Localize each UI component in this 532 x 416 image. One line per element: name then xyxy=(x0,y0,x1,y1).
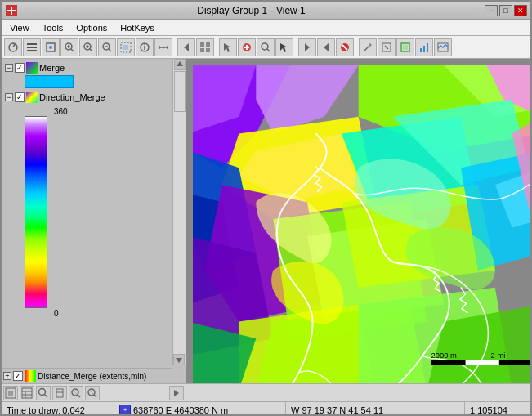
merge-color-swatch xyxy=(26,62,38,74)
bt-bookmark-btn[interactable] xyxy=(52,386,67,400)
app-icon xyxy=(5,4,18,17)
status-bar: Time to draw: 0.042 + 638760 E 4640380 N… xyxy=(2,401,530,416)
scrollbar-up-btn[interactable] xyxy=(174,59,186,70)
menu-bar: View Tools Options HotKeys xyxy=(2,20,530,36)
title-bar: Display Group 1 - View 1 − □ ✕ xyxy=(2,2,530,20)
tb-zoom-extent-btn[interactable] xyxy=(42,38,60,56)
direction-merge-section: − Direction_Merge 360 0 xyxy=(3,90,184,318)
latlon-text: W 97 19 37 N 41 54 11 xyxy=(291,405,383,415)
selected-layer-box[interactable] xyxy=(25,75,74,88)
svg-point-38 xyxy=(262,43,268,50)
svg-line-10 xyxy=(71,49,74,51)
close-button[interactable]: ✕ xyxy=(514,5,527,16)
svg-marker-81 xyxy=(174,390,179,396)
menu-hotkeys[interactable]: HotKeys xyxy=(115,21,159,34)
dir-merge-checkbox[interactable] xyxy=(15,92,25,102)
tb-cursor-btn[interactable] xyxy=(219,38,237,56)
coordinates-text: 638760 E 4640380 N m xyxy=(133,405,228,415)
svg-rect-6 xyxy=(27,50,37,51)
tb-grid-btn[interactable] xyxy=(196,38,214,56)
dir-merge-expand-icon[interactable]: − xyxy=(5,93,13,101)
draw-time-value: 0.042 xyxy=(62,405,85,415)
menu-options[interactable]: Options xyxy=(71,21,112,34)
tb-zoom-in-btn[interactable] xyxy=(60,38,78,56)
bt-zoomprev-btn[interactable] xyxy=(69,386,83,400)
scrollbar-thumb[interactable] xyxy=(174,71,186,112)
maximize-button[interactable]: □ xyxy=(499,5,512,16)
svg-rect-58 xyxy=(431,360,465,365)
svg-rect-51 xyxy=(420,48,422,52)
merge-checkbox[interactable] xyxy=(15,63,25,73)
tb-zoom2-btn[interactable] xyxy=(257,38,275,56)
menu-tools[interactable]: Tools xyxy=(38,21,69,34)
svg-marker-29 xyxy=(184,43,189,51)
svg-line-76 xyxy=(78,395,80,397)
nav-icon: + xyxy=(119,405,131,416)
layer-list: − Merge − Direction_Merge xyxy=(2,59,186,383)
bottom-left-toolbar xyxy=(2,384,186,401)
tb-map-btn[interactable] xyxy=(434,38,452,56)
map-area[interactable]: 2000 m 2 mi xyxy=(186,59,530,383)
tb-edit3-btn[interactable] xyxy=(396,38,414,56)
tb-select-btn[interactable] xyxy=(117,38,135,56)
bt-layerprops-btn[interactable] xyxy=(3,386,18,400)
bottom-toolbar-area xyxy=(2,383,530,401)
tb-zoom-in2-btn[interactable] xyxy=(79,38,97,56)
svg-marker-55 xyxy=(177,61,183,66)
svg-line-39 xyxy=(267,49,270,51)
svg-marker-42 xyxy=(324,43,329,51)
merge-expand-icon[interactable]: − xyxy=(5,64,13,72)
svg-line-14 xyxy=(90,49,92,51)
layer-merge-row[interactable]: − Merge xyxy=(3,60,184,75)
dist-merge-expand-icon[interactable]: + xyxy=(3,372,11,380)
tb-add-btn[interactable] xyxy=(238,38,256,56)
svg-rect-73 xyxy=(56,389,63,397)
terrain-visualization[interactable]: 2000 m 2 mi xyxy=(193,65,530,383)
bt-table-btn[interactable] xyxy=(20,386,34,400)
ramp-top-label: 360 xyxy=(54,107,68,116)
tb-cursor2-btn[interactable] xyxy=(275,38,293,56)
bt-search-btn[interactable] xyxy=(36,386,51,400)
svg-rect-21 xyxy=(123,45,128,50)
svg-rect-52 xyxy=(423,46,425,52)
svg-marker-56 xyxy=(176,358,182,363)
tb-edit1-btn[interactable] xyxy=(359,38,377,56)
svg-rect-4 xyxy=(27,43,37,45)
tb-edit2-btn[interactable] xyxy=(378,38,396,56)
svg-line-79 xyxy=(94,395,96,397)
bt-expand-btn[interactable] xyxy=(169,386,184,400)
coordinates-section: + 638760 E 4640380 N m xyxy=(114,402,286,416)
title-buttons: − □ ✕ xyxy=(485,5,527,16)
menu-view[interactable]: View xyxy=(5,21,34,34)
tb-layers-btn[interactable] xyxy=(23,38,41,56)
svg-rect-5 xyxy=(27,47,37,48)
dist-merge-color-swatch xyxy=(25,370,36,382)
tb-chart-btn[interactable] xyxy=(415,38,433,56)
distance-merge-row[interactable]: + Distance_Merge (extents,min) xyxy=(2,368,172,383)
tb-arrow-left-btn[interactable] xyxy=(177,38,195,56)
tb-measure-btn[interactable] xyxy=(154,38,172,56)
draw-time-section: Time to draw: 0.042 xyxy=(2,402,114,416)
scrollbar-down-btn[interactable] xyxy=(173,354,185,365)
dir-merge-color-swatch xyxy=(26,92,38,103)
dist-merge-layer-name: Distance_Merge (extents,min) xyxy=(38,372,146,381)
tb-identify-btn[interactable] xyxy=(136,38,154,56)
tb-back-btn[interactable] xyxy=(317,38,335,56)
svg-line-72 xyxy=(45,394,48,397)
minimize-button[interactable]: − xyxy=(485,5,498,16)
svg-rect-53 xyxy=(427,43,428,52)
bt-zoomnext-btn[interactable] xyxy=(85,386,100,400)
tb-zoom-out-btn[interactable] xyxy=(98,38,116,56)
svg-rect-30 xyxy=(200,42,204,47)
tb-refresh-btn[interactable] xyxy=(4,38,22,56)
merge-layer-name: Merge xyxy=(39,63,65,73)
scale-text: 1:105104 xyxy=(470,405,507,415)
svg-marker-34 xyxy=(224,43,231,52)
dist-merge-checkbox[interactable] xyxy=(13,371,23,381)
left-panel-scrollbar[interactable] xyxy=(172,59,186,365)
direction-merge-row[interactable]: − Direction_Merge xyxy=(3,90,184,105)
tb-stop-btn[interactable] xyxy=(336,38,354,56)
dir-merge-layer-name: Direction_Merge xyxy=(39,92,105,102)
svg-marker-41 xyxy=(305,43,310,51)
tb-forward-btn[interactable] xyxy=(298,38,316,56)
